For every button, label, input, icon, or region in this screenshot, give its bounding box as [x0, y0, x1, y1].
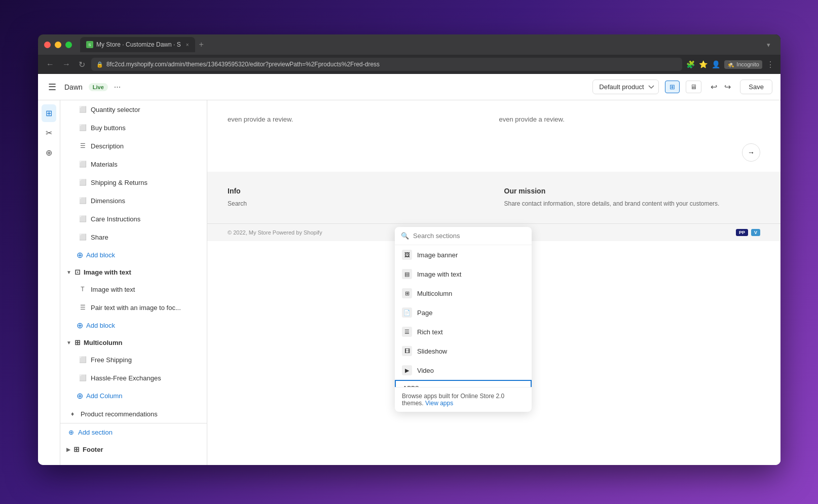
search-sections-input[interactable]	[413, 232, 526, 240]
multicolumn-item-label: Multicolumn	[417, 290, 452, 297]
plus-icon-2: ⊕	[77, 321, 83, 330]
popup-item-slideshow[interactable]: 🎞 Slideshow	[395, 341, 532, 361]
materials-icon: ⬜	[79, 160, 87, 168]
chevron-right-icon: ▶	[66, 447, 70, 452]
sidebar-item-share[interactable]: ⬜ Share	[60, 228, 207, 246]
paypal-icon: PP	[736, 229, 748, 236]
redo-button[interactable]: ↪	[721, 80, 734, 94]
add-section-popup: 🔍 🖼 Image banner ▤ Image with text	[395, 227, 532, 412]
view-apps-link[interactable]: View apps	[425, 400, 453, 407]
add-block-label: Add block	[86, 251, 115, 259]
sidebar-item-hassle-free[interactable]: ⬜ Hassle-Free Exchanges	[60, 369, 207, 387]
image-banner-item-label: Image banner	[417, 251, 458, 259]
popup-item-image-banner[interactable]: 🖼 Image banner	[395, 245, 532, 264]
reload-button[interactable]: ↻	[77, 59, 87, 70]
forward-button[interactable]: →	[60, 59, 72, 70]
description-icon: ☰	[79, 142, 87, 150]
sidebar-item-free-shipping[interactable]: ⬜ Free Shipping	[60, 351, 207, 369]
popup-search-bar: 🔍	[395, 227, 532, 245]
back-button[interactable]: ←	[44, 59, 56, 70]
icon-sidebar: ⊞ ✂ ⊕	[38, 100, 60, 465]
sidebar-item-dimensions[interactable]: ⬜ Dimensions	[60, 191, 207, 210]
menu-icon[interactable]: ⋮	[766, 60, 774, 69]
sidebar-item-pair-text[interactable]: ☰ Pair text with an image to foc...	[60, 298, 207, 317]
sidebar-item-product-recommendations[interactable]: ♦ Product recommendations	[60, 405, 207, 423]
url-bar[interactable]: 🔒 8fc2cd.myshopify.com/admin/themes/1364…	[91, 58, 682, 71]
plus-icon-3: ⊕	[77, 391, 83, 401]
traffic-light-close[interactable]	[44, 42, 51, 48]
customize-icon-button[interactable]: ✂	[42, 124, 56, 142]
popup-item-image-with-text[interactable]: ▤ Image with text	[395, 264, 532, 284]
free-shipping-label: Free Shipping	[91, 356, 199, 364]
add-block-button[interactable]: ⊕ Add block	[60, 246, 207, 264]
sidebar-item-quantity-selector[interactable]: ⬜ Quantity selector	[60, 100, 207, 119]
tab-close-icon[interactable]: ×	[186, 42, 189, 48]
add-column-button[interactable]: ⊕ Add Column	[60, 387, 207, 405]
sections-icon-button[interactable]: ⊞	[42, 104, 56, 122]
image-with-text-icon: T	[79, 285, 87, 293]
sidebar-item-materials[interactable]: ⬜ Materials	[60, 155, 207, 173]
slideshow-item-icon: 🎞	[402, 346, 412, 356]
sidebar-item-care-instructions[interactable]: ⬜ Care Instructions	[60, 210, 207, 228]
editor-main: ☰ Dawn Live ··· Default product ⊞ 🖥 ↩ ↪ …	[38, 74, 780, 465]
image-with-text-block-label: Image with text	[91, 286, 199, 293]
slideshow-next-button[interactable]: →	[742, 143, 760, 162]
quantity-selector-icon: ⬜	[79, 105, 87, 113]
traffic-light-minimize[interactable]	[55, 42, 61, 48]
popup-item-video[interactable]: ▶ Video	[395, 361, 532, 380]
tab-favicon: S	[86, 41, 93, 48]
rich-text-item-icon: ☰	[402, 327, 412, 337]
template-select[interactable]: Default product	[592, 80, 659, 94]
add-block-label-2: Add block	[86, 322, 115, 329]
undo-button[interactable]: ↩	[708, 80, 720, 94]
section-header-image-with-text[interactable]: ▼ ⊡ Image with text	[60, 264, 207, 280]
view-buttons: ⊞	[665, 81, 680, 93]
image-with-text-item-icon: ▤	[402, 269, 412, 279]
active-tab[interactable]: S My Store · Customize Dawn · S ×	[80, 37, 195, 52]
section-header-footer[interactable]: ▶ ⊞ Footer	[60, 441, 207, 457]
browser-window: S My Store · Customize Dawn · S × + ▾ ← …	[38, 34, 780, 465]
theme-name-label: Dawn	[64, 83, 83, 91]
popup-item-rich-text[interactable]: ☰ Rich text	[395, 322, 532, 341]
sidebar-toggle-button[interactable]: ☰	[46, 80, 58, 95]
save-button[interactable]: Save	[740, 80, 772, 94]
url-bar-row: ← → ↻ 🔒 8fc2cd.myshopify.com/admin/theme…	[38, 55, 780, 74]
new-tab-button[interactable]: +	[195, 40, 208, 49]
more-options-button[interactable]: ···	[114, 83, 121, 92]
popup-item-multicolumn[interactable]: ⊞ Multicolumn	[395, 284, 532, 303]
image-with-text-section-label: Image with text	[84, 268, 131, 276]
hassle-free-icon: ⬜	[79, 374, 87, 382]
sidebar-item-image-with-text[interactable]: T Image with text	[60, 280, 207, 298]
footer-info-column: Info Search	[228, 187, 484, 208]
bookmark-icon[interactable]: ⭐	[699, 60, 708, 68]
add-apps-icon-button[interactable]: ⊕	[42, 144, 56, 162]
video-item-icon: ▶	[402, 365, 412, 375]
materials-label: Materials	[91, 161, 199, 168]
care-instructions-label: Care Instructions	[91, 215, 199, 223]
footer-mission-column: Our mission Share contact information, s…	[504, 187, 761, 208]
add-section-label: Add section	[78, 429, 113, 436]
sidebar-item-buy-buttons[interactable]: ⬜ Buy buttons	[60, 119, 207, 137]
care-instructions-icon: ⬜	[79, 215, 87, 223]
traffic-light-maximize[interactable]	[65, 42, 72, 48]
add-section-plus-icon: ⊕	[68, 429, 74, 436]
sidebar-item-shipping[interactable]: ⬜ Shipping & Returns	[60, 173, 207, 191]
buy-buttons-label: Buy buttons	[91, 124, 199, 132]
image-banner-item-icon: 🖼	[402, 250, 412, 260]
grid-view-button[interactable]: ⊞	[665, 81, 680, 93]
extensions-icon: 🧩	[686, 60, 695, 68]
desktop-view-button[interactable]: 🖥	[686, 81, 701, 93]
popup-item-page[interactable]: 📄 Page	[395, 303, 532, 322]
add-column-label: Add Column	[86, 392, 123, 400]
add-block-button-2[interactable]: ⊕ Add block	[60, 317, 207, 334]
sidebar-item-description[interactable]: ☰ Description	[60, 137, 207, 155]
add-section-button[interactable]: ⊕ Add section	[60, 423, 207, 441]
image-with-text-item-label: Image with text	[417, 270, 461, 278]
quantity-selector-label: Quantity selector	[91, 106, 199, 113]
section-header-multicolumn[interactable]: ▼ ⊞ Multicolumn	[60, 334, 207, 351]
editor-toolbar: ☰ Dawn Live ··· Default product ⊞ 🖥 ↩ ↪ …	[38, 74, 780, 100]
footer-section-icon: ⊞	[73, 445, 80, 453]
footer-search-link[interactable]: Search	[228, 199, 484, 208]
preview-top-section: even provide a review. even provide a re…	[207, 100, 780, 133]
payment-icons: PP V	[736, 229, 760, 236]
